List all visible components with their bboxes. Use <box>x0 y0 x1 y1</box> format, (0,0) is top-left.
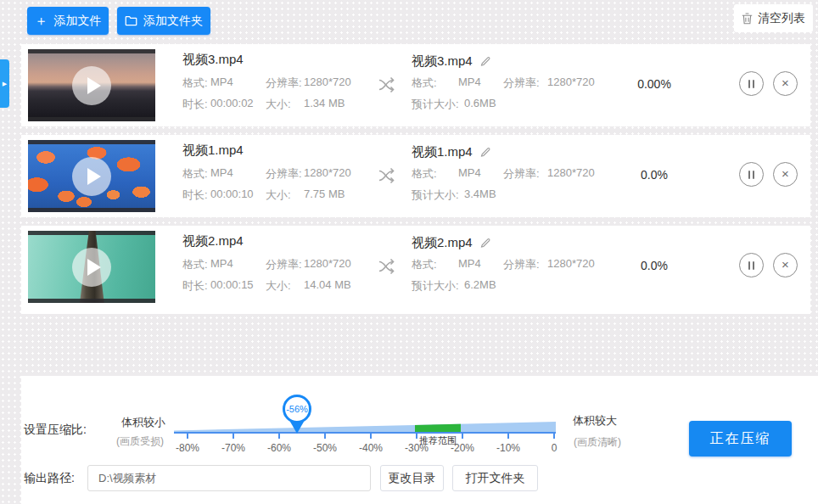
format-value: MP4 <box>210 76 266 91</box>
estimated-size-value: 0.6MB <box>464 97 496 112</box>
format-label: 格式: <box>182 166 210 182</box>
resolution-value: 1280*720 <box>304 166 351 182</box>
source-file-name: 视频1.mp4 <box>182 143 244 159</box>
remove-file-button[interactable]: × <box>773 71 798 96</box>
pause-icon <box>748 80 750 88</box>
output-info-line2: 预计大小: 3.4MB <box>412 188 496 203</box>
play-icon[interactable] <box>72 157 111 196</box>
progress-percent: 0.00% <box>625 77 683 91</box>
size-label: 大小: <box>266 97 304 112</box>
estimated-size-label: 预计大小: <box>412 188 464 203</box>
format-value: MP4 <box>458 166 503 182</box>
pause-button[interactable] <box>739 162 764 187</box>
recommended-range-label: 推荐范围 <box>419 434 457 447</box>
add-file-button[interactable]: ＋ 添加文件 <box>27 7 109 35</box>
duration-label: 时长: <box>182 278 210 294</box>
tick-mark <box>187 434 188 439</box>
size-value: 7.75 MB <box>304 188 345 203</box>
video-row: 视频1.mp4 格式: MP4 分辨率: 1280*720 时长: 00:00:… <box>21 135 810 217</box>
open-folder-button[interactable]: 打开文件夹 <box>452 465 538 491</box>
output-path-input[interactable] <box>87 465 371 491</box>
shuffle-convert-icon <box>378 167 398 188</box>
resolution-value: 1280*720 <box>547 257 595 272</box>
larger-size-label: 体积较大 <box>573 413 617 428</box>
edit-pencil-icon[interactable] <box>480 56 491 67</box>
size-value: 14.04 MB <box>304 278 351 294</box>
pause-icon <box>753 171 754 179</box>
source-info-line2: 时长: 00:00:10 大小: 7.75 MB <box>182 188 345 203</box>
video-row: 视频3.mp4 格式: MP4 分辨率: 1280*720 时长: 00:00:… <box>21 44 810 126</box>
format-label: 格式: <box>412 166 458 182</box>
close-icon: × <box>782 76 789 89</box>
slider-baseline <box>174 432 556 434</box>
app-window: ＋ 添加文件 添加文件夹 清空列表 ▶ 视频3.mp4 格式: MP4 分辨率: <box>0 0 818 504</box>
resolution-label: 分辨率: <box>266 76 304 91</box>
close-icon: × <box>782 167 789 180</box>
estimated-size-value: 3.4MB <box>464 188 496 203</box>
compression-ratio-label: 设置压缩比: <box>24 423 87 438</box>
resolution-label: 分辨率: <box>503 257 547 272</box>
tick-mark <box>370 434 372 439</box>
play-icon[interactable] <box>72 248 111 287</box>
tick-mark <box>324 434 326 439</box>
tick-mark <box>553 434 555 439</box>
remove-file-button[interactable]: × <box>773 162 798 187</box>
pause-icon <box>748 261 750 270</box>
resolution-label: 分辨率: <box>266 166 304 182</box>
size-label: 大小: <box>266 278 304 294</box>
output-file-name-wrap: 视频2.mp4 <box>412 235 491 251</box>
video-thumbnail[interactable] <box>28 49 155 121</box>
source-info-line1: 格式: MP4 分辨率: 1280*720 <box>182 257 351 272</box>
plus-icon: ＋ <box>35 14 48 28</box>
output-path-label: 输出路径: <box>24 471 75 486</box>
source-info-line1: 格式: MP4 分辨率: 1280*720 <box>182 166 351 182</box>
tick-label: -70% <box>221 442 245 454</box>
progress-percent: 0.0% <box>625 168 683 182</box>
resolution-value: 1280*720 <box>547 166 595 182</box>
format-label: 格式: <box>412 257 458 272</box>
play-icon[interactable] <box>72 66 111 105</box>
compression-slider[interactable]: -80% -70% -60% -50% -40% -30% -20% -10% … <box>174 376 556 465</box>
chevron-right-icon: ▶ <box>3 81 7 87</box>
format-value: MP4 <box>458 257 503 272</box>
resolution-value: 1280*720 <box>304 257 351 272</box>
tick-label: -40% <box>359 442 383 454</box>
tick-mark <box>507 434 509 439</box>
clear-list-button[interactable]: 清空列表 <box>734 4 813 32</box>
duration-value: 00:00:15 <box>210 278 266 294</box>
add-folder-button[interactable]: 添加文件夹 <box>117 7 210 35</box>
format-label: 格式: <box>182 76 210 91</box>
duration-value: 00:00:02 <box>210 97 266 112</box>
estimated-size-value: 6.2MB <box>464 278 496 294</box>
output-info-line1: 格式: MP4 分辨率: 1280*720 <box>412 166 595 182</box>
resolution-value: 1280*720 <box>304 76 351 91</box>
tick-mark <box>233 434 234 439</box>
slider-handle[interactable]: -56% <box>280 395 314 434</box>
pause-button[interactable] <box>739 253 764 277</box>
format-value: MP4 <box>458 76 503 91</box>
video-thumbnail[interactable] <box>28 231 155 303</box>
video-thumbnail[interactable] <box>28 140 155 212</box>
quality-clear-label: (画质清晰) <box>574 435 621 450</box>
shuffle-convert-icon <box>378 76 398 97</box>
source-info-line2: 时长: 00:00:15 大小: 14.04 MB <box>182 278 351 294</box>
pause-button[interactable] <box>739 71 764 96</box>
video-list: 视频3.mp4 格式: MP4 分辨率: 1280*720 时长: 00:00:… <box>21 44 810 322</box>
change-directory-button[interactable]: 更改目录 <box>380 465 444 491</box>
tick-label: -80% <box>176 442 199 454</box>
sidebar-expand-tab[interactable]: ▶ <box>0 59 9 108</box>
smaller-size-label: 体积较小 <box>121 415 165 430</box>
source-info-line2: 时长: 00:00:02 大小: 1.34 MB <box>182 97 345 112</box>
pause-icon <box>748 171 750 179</box>
compress-button[interactable]: 正在压缩 <box>689 421 792 456</box>
duration-label: 时长: <box>182 188 210 203</box>
output-file-name-wrap: 视频3.mp4 <box>412 53 491 70</box>
source-info-line1: 格式: MP4 分辨率: 1280*720 <box>182 76 351 91</box>
tick-mark <box>416 434 417 439</box>
format-value: MP4 <box>210 166 266 182</box>
edit-pencil-icon[interactable] <box>480 147 491 158</box>
remove-file-button[interactable]: × <box>773 253 798 277</box>
output-info-line2: 预计大小: 6.2MB <box>412 278 496 294</box>
size-label: 大小: <box>266 188 304 203</box>
edit-pencil-icon[interactable] <box>480 238 491 249</box>
